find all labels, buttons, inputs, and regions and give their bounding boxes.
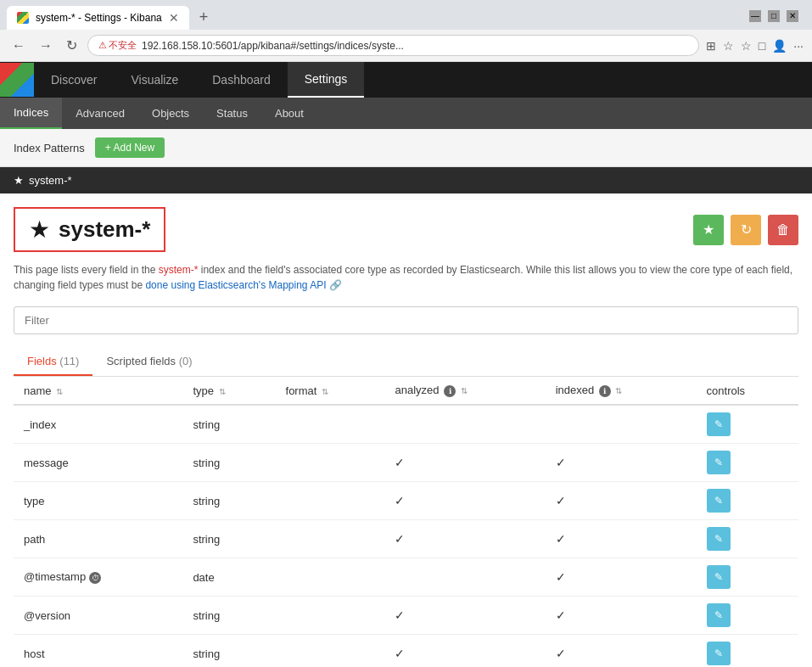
index-patterns-bar: Index Patterns + Add New bbox=[0, 129, 812, 167]
tab-scripted-label: Scripted fields bbox=[106, 355, 176, 367]
field-indexed: ✓ bbox=[546, 520, 697, 558]
table-row: messagestring✓✓✎ bbox=[14, 444, 798, 482]
forward-button[interactable]: → bbox=[36, 36, 56, 55]
tab-close-button[interactable]: ✕ bbox=[169, 11, 179, 25]
nav-dashboard[interactable]: Dashboard bbox=[195, 63, 288, 97]
edit-field-button[interactable]: ✎ bbox=[707, 451, 731, 474]
address-bar: ← → ↻ ⚠ 不安全 192.168.158.10:5601/app/kiba… bbox=[0, 30, 812, 61]
col-name[interactable]: name ⇅ bbox=[14, 377, 182, 405]
kibana-logo bbox=[0, 63, 34, 97]
refresh-button[interactable]: ↻ bbox=[63, 36, 81, 55]
browser-chrome: system-* - Settings - Kibana ✕ + — □ ✕ ←… bbox=[0, 0, 812, 62]
settings-nav-indices[interactable]: Indices bbox=[0, 98, 62, 129]
col-analyzed[interactable]: analyzed ℹ ⇅ bbox=[384, 377, 545, 405]
window-controls: — □ ✕ bbox=[749, 10, 805, 25]
table-row: pathstring✓✓✎ bbox=[14, 520, 798, 558]
main-content: ★ system-* ★ ↻ 🗑 This page lists every f… bbox=[0, 193, 812, 667]
settings-nav-status[interactable]: Status bbox=[203, 98, 261, 128]
col-type[interactable]: type ⇅ bbox=[182, 377, 275, 405]
action-buttons: ★ ↻ 🗑 bbox=[693, 215, 798, 245]
table-row: _indexstring✎ bbox=[14, 405, 798, 444]
refresh-index-button[interactable]: ↻ bbox=[731, 215, 761, 245]
close-window-button[interactable]: ✕ bbox=[787, 10, 798, 22]
profile-button[interactable]: 👤 bbox=[772, 39, 787, 53]
tab-fields-count: (11) bbox=[59, 355, 79, 367]
tab-scripted-count: (0) bbox=[179, 355, 193, 367]
field-name: message bbox=[14, 444, 182, 482]
edit-field-button[interactable]: ✎ bbox=[707, 412, 731, 436]
delete-index-button[interactable]: 🗑 bbox=[768, 215, 798, 245]
field-format bbox=[276, 635, 385, 668]
field-format bbox=[276, 520, 385, 558]
field-name: @version bbox=[14, 597, 182, 635]
add-new-button[interactable]: + Add New bbox=[95, 137, 165, 158]
field-indexed: ✓ bbox=[546, 635, 697, 668]
edit-field-button[interactable]: ✎ bbox=[707, 565, 731, 589]
nav-visualize[interactable]: Visualize bbox=[114, 63, 195, 97]
bookmark-button[interactable]: ☆ bbox=[723, 39, 734, 53]
field-controls: ✎ bbox=[697, 482, 798, 520]
edit-field-button[interactable]: ✎ bbox=[707, 642, 731, 665]
edit-field-button[interactable]: ✎ bbox=[707, 603, 731, 627]
field-type: string bbox=[182, 597, 275, 635]
field-controls: ✎ bbox=[697, 520, 798, 558]
field-controls: ✎ bbox=[697, 635, 798, 668]
filter-input[interactable] bbox=[14, 306, 798, 334]
collections-button[interactable]: □ bbox=[759, 39, 765, 53]
index-title-box: ★ system-* bbox=[14, 207, 165, 252]
maximize-button[interactable]: □ bbox=[768, 10, 780, 22]
star-index-button[interactable]: ★ bbox=[693, 215, 724, 245]
index-star-icon: ★ bbox=[29, 216, 50, 244]
table-row: hoststring✓✓✎ bbox=[14, 635, 798, 668]
minimize-button[interactable]: — bbox=[749, 10, 761, 22]
new-tab-button[interactable]: + bbox=[193, 5, 216, 30]
col-format[interactable]: format ⇅ bbox=[276, 377, 385, 405]
field-name: path bbox=[14, 520, 182, 558]
mapping-api-link[interactable]: done using Elasticsearch's Mapping API bbox=[145, 279, 326, 291]
table-row: @timestamp⏱date✓✎ bbox=[14, 558, 798, 597]
kibana-nav: Discover Visualize Dashboard Settings bbox=[0, 62, 812, 98]
edit-field-button[interactable]: ✎ bbox=[707, 489, 731, 513]
field-analyzed: ✓ bbox=[384, 520, 545, 558]
field-type: string bbox=[182, 635, 275, 668]
security-warning: ⚠ 不安全 bbox=[98, 39, 137, 52]
warning-icon: ⚠ bbox=[98, 40, 107, 51]
fields-tabs: Fields (11) Scripted fields (0) bbox=[14, 348, 798, 377]
fields-table: name ⇅ type ⇅ format ⇅ analyzed ℹ ⇅ inde… bbox=[14, 377, 798, 667]
field-type: date bbox=[182, 558, 275, 597]
edit-field-button[interactable]: ✎ bbox=[707, 527, 731, 551]
field-controls: ✎ bbox=[697, 405, 798, 444]
field-indexed: ✓ bbox=[546, 482, 697, 520]
back-button[interactable]: ← bbox=[8, 36, 29, 55]
field-controls: ✎ bbox=[697, 444, 798, 482]
field-indexed: ✓ bbox=[546, 558, 697, 597]
active-tab: system-* - Settings - Kibana ✕ bbox=[7, 6, 189, 30]
field-controls: ✎ bbox=[697, 597, 798, 635]
col-controls: controls bbox=[697, 377, 798, 405]
tab-title: system-* - Settings - Kibana bbox=[36, 12, 162, 24]
field-indexed: ✓ bbox=[546, 597, 697, 635]
field-analyzed: ✓ bbox=[384, 482, 545, 520]
table-header-row: name ⇅ type ⇅ format ⇅ analyzed ℹ ⇅ inde… bbox=[14, 377, 798, 405]
tab-scripted-fields[interactable]: Scripted fields (0) bbox=[92, 348, 205, 376]
address-input[interactable]: ⚠ 不安全 192.168.158.10:5601/app/kibana#/se… bbox=[87, 35, 699, 56]
field-format bbox=[276, 558, 385, 597]
more-button[interactable]: ··· bbox=[793, 39, 804, 53]
field-name: @timestamp⏱ bbox=[14, 558, 182, 597]
nav-discover[interactable]: Discover bbox=[34, 63, 114, 97]
settings-nav-objects[interactable]: Objects bbox=[138, 98, 203, 128]
address-actions: ⊞ ☆ ☆ □ 👤 ··· bbox=[706, 39, 804, 53]
favorites-button[interactable]: ☆ bbox=[741, 39, 752, 53]
tab-fields[interactable]: Fields (11) bbox=[14, 348, 92, 376]
field-analyzed: ✓ bbox=[384, 444, 545, 482]
nav-settings[interactable]: Settings bbox=[288, 62, 365, 98]
table-row: @versionstring✓✓✎ bbox=[14, 597, 798, 635]
translate-button[interactable]: ⊞ bbox=[706, 39, 716, 53]
field-analyzed: ✓ bbox=[384, 635, 545, 668]
field-type: string bbox=[182, 482, 275, 520]
col-indexed[interactable]: indexed ℹ ⇅ bbox=[546, 377, 697, 405]
settings-nav-about[interactable]: About bbox=[261, 98, 317, 128]
field-analyzed bbox=[384, 405, 545, 444]
settings-nav-advanced[interactable]: Advanced bbox=[62, 98, 138, 128]
active-index-name: system-* bbox=[29, 174, 72, 187]
